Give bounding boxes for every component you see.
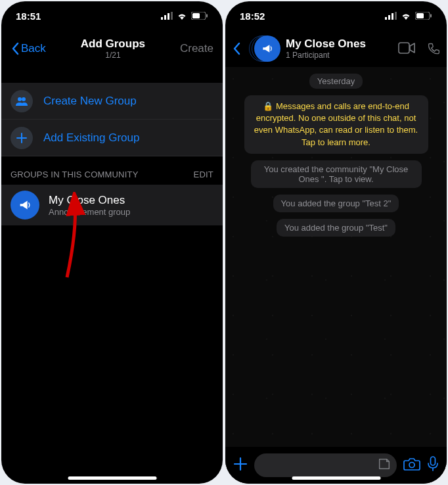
- back-button[interactable]: [232, 42, 249, 55]
- voice-call-icon[interactable]: [427, 42, 440, 55]
- camera-button[interactable]: [403, 457, 420, 474]
- svg-rect-5: [192, 13, 200, 18]
- svg-rect-6: [206, 14, 208, 18]
- system-message[interactable]: You created the community "My Close Ones…: [251, 160, 422, 188]
- community-avatar[interactable]: [254, 35, 280, 62]
- svg-rect-0: [161, 17, 163, 20]
- nav-title: Add Groups 1/21: [46, 37, 180, 60]
- svg-point-8: [22, 97, 26, 101]
- chevron-left-icon: [232, 42, 241, 55]
- svg-rect-15: [430, 14, 432, 18]
- create-new-group-row[interactable]: Create New Group: [1, 83, 223, 120]
- group-text: My Close Ones Announcement group: [49, 194, 130, 217]
- wifi-icon: [401, 12, 411, 20]
- mic-icon: [427, 456, 439, 472]
- svg-point-7: [18, 97, 22, 101]
- lock-icon: 🔒: [263, 101, 273, 111]
- encryption-notice[interactable]: 🔒Messages and calls are end-to-end encry…: [244, 95, 428, 154]
- create-button[interactable]: Create: [180, 42, 213, 55]
- section-header: GROUPS IN THIS COMMUNITY EDIT: [1, 170, 223, 179]
- svg-rect-11: [392, 13, 393, 20]
- page-subtitle: 1/21: [46, 51, 180, 60]
- edit-button[interactable]: EDIT: [194, 170, 213, 179]
- svg-rect-1: [164, 15, 166, 20]
- camera-icon: [403, 457, 420, 471]
- signal-icon: [385, 12, 397, 20]
- back-button[interactable]: Back: [11, 42, 46, 55]
- battery-icon: [191, 12, 208, 20]
- back-label: Back: [21, 42, 46, 55]
- message-input[interactable]: [254, 453, 397, 477]
- system-message: You added the group "Test": [277, 219, 395, 237]
- encryption-text: Messages and calls are end-to-end encryp…: [254, 101, 418, 147]
- chat-title: My Close Ones: [286, 37, 393, 51]
- screen-chat: 18:52 My Close Ones 1 Participant Yester…: [225, 1, 447, 484]
- date-pill: Yesterday: [309, 74, 363, 89]
- chat-actions: [398, 42, 440, 55]
- status-time: 18:51: [16, 11, 41, 22]
- svg-rect-14: [416, 13, 424, 18]
- svg-rect-18: [431, 457, 436, 465]
- chat-subtitle: 1 Participant: [286, 51, 393, 60]
- section-title: GROUPS IN THIS COMMUNITY: [11, 170, 139, 179]
- create-new-group-label: Create New Group: [43, 95, 137, 108]
- system-message: You added the group "Test 2": [273, 195, 399, 212]
- group-icon: [11, 90, 33, 112]
- add-existing-group-row[interactable]: Add Existing Group: [1, 120, 223, 156]
- chat-body[interactable]: Yesterday 🔒Messages and calls are end-to…: [225, 67, 447, 447]
- status-bar: 18:51: [1, 1, 223, 30]
- nav-bar: Back Add Groups 1/21 Create: [1, 30, 223, 67]
- chat-title-box[interactable]: My Close Ones 1 Participant: [286, 37, 393, 60]
- svg-rect-3: [171, 12, 173, 20]
- attach-button[interactable]: [233, 455, 248, 476]
- svg-rect-2: [168, 13, 169, 20]
- sticker-icon: [377, 457, 392, 471]
- add-existing-group-label: Add Existing Group: [43, 131, 139, 145]
- group-name: My Close Ones: [49, 194, 130, 207]
- screen-add-groups: 18:51 Back Add Groups 1/21 Create Create…: [1, 1, 223, 484]
- status-icons: [385, 12, 432, 20]
- mic-button[interactable]: [427, 456, 439, 474]
- megaphone-icon: [11, 191, 39, 219]
- svg-rect-12: [395, 12, 397, 20]
- svg-rect-16: [399, 43, 409, 53]
- group-subtitle: Announcement group: [49, 207, 130, 217]
- sticker-button[interactable]: [377, 457, 392, 474]
- battery-icon: [415, 12, 432, 20]
- community-group-row[interactable]: My Close Ones Announcement group: [1, 185, 223, 225]
- plus-icon: [11, 127, 33, 149]
- svg-point-17: [409, 463, 414, 468]
- megaphone-icon: [261, 42, 274, 55]
- page-title: Add Groups: [46, 37, 180, 51]
- svg-rect-10: [388, 15, 390, 20]
- status-bar: 18:52: [225, 1, 447, 30]
- wifi-icon: [177, 12, 187, 20]
- status-icons: [161, 12, 208, 20]
- plus-icon: [233, 457, 248, 471]
- action-list: Create New Group Add Existing Group: [1, 83, 223, 156]
- status-time: 18:52: [240, 11, 265, 22]
- video-call-icon[interactable]: [398, 42, 415, 54]
- chat-nav: My Close Ones 1 Participant: [225, 30, 447, 67]
- svg-rect-9: [385, 17, 387, 20]
- home-indicator[interactable]: [292, 476, 380, 480]
- home-indicator[interactable]: [68, 476, 156, 480]
- chevron-left-icon: [11, 42, 20, 55]
- signal-icon: [161, 12, 173, 20]
